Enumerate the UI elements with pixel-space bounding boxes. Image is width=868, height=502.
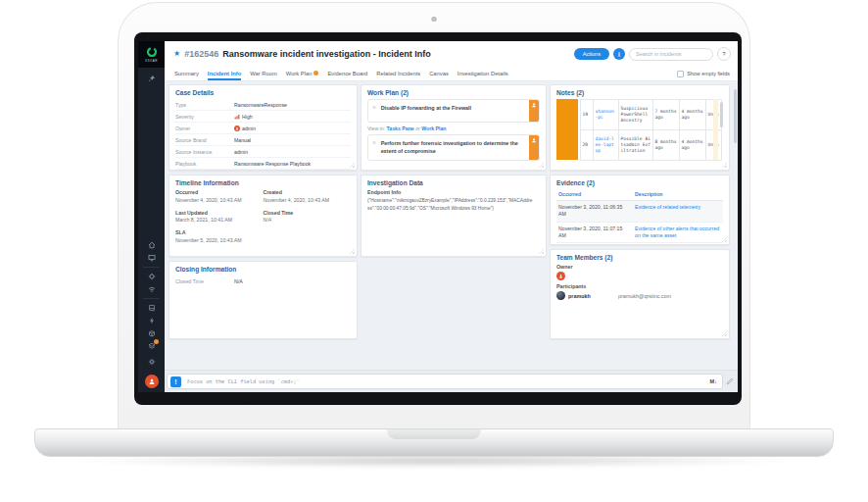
column-right: Notes (2) 19 shannon-pc Suspicious Power…	[550, 84, 730, 370]
notes-host-link[interactable]: shannon-pc	[594, 100, 619, 130]
work-plan-panel: Work Plan (2) » Disable IP forwarding at…	[361, 84, 547, 171]
notes-cell: 8 months ago	[653, 130, 680, 161]
sidebar-item-objects[interactable]	[148, 342, 156, 350]
notes-cell: 20	[581, 130, 594, 161]
pin-sidebar-button[interactable]	[148, 75, 156, 82]
screen-bezel: XSOAR	[134, 32, 742, 405]
notes-orange-block	[556, 99, 578, 160]
tab-incident-info[interactable]: Incident Info	[208, 67, 241, 80]
closing-information-panel: Closing Information Closed Time N/A	[169, 261, 358, 339]
evidence-col-occurred[interactable]: Occurred	[558, 191, 635, 197]
field-row-source-brand: Source Brand Manual	[175, 134, 351, 146]
sidebar-item-automation[interactable]	[148, 317, 156, 325]
panel-resize-handle[interactable]	[722, 331, 727, 336]
notes-cropped-column	[713, 99, 718, 160]
user-avatar-button[interactable]	[145, 375, 159, 388]
field-row-closed-time: Closed Time N/A	[175, 276, 351, 286]
cli-input-wrap[interactable]: ! M↓	[167, 374, 723, 389]
participant-row: pramukh pramukh@qrstinc.com	[556, 291, 723, 300]
cli-command-button[interactable]: !	[170, 376, 181, 387]
tab-war-room[interactable]: War Room	[250, 67, 276, 80]
panel-resize-handle[interactable]	[539, 249, 544, 254]
show-empty-fields[interactable]: Show empty fields	[677, 67, 730, 80]
panel-resize-handle[interactable]	[350, 249, 355, 254]
laptop-base-notch	[387, 429, 481, 439]
tasks-pane-link[interactable]: Tasks Pane	[387, 126, 414, 131]
field-row-playbook: Playbook Ransomware Response Playbook	[175, 158, 351, 170]
case-details-panel: Case Details Type RansomwareResponse Sev…	[169, 84, 358, 171]
xsoar-logo-label: XSOAR	[145, 59, 158, 63]
tab-work-plan[interactable]: Work Plan	[286, 67, 319, 80]
help-button[interactable]: ?	[717, 47, 731, 61]
participant-avatar[interactable]	[556, 291, 565, 300]
search-input[interactable]	[629, 48, 713, 61]
sidebar-item-marketplace[interactable]	[148, 329, 156, 337]
panel-resize-handle[interactable]	[539, 163, 544, 168]
work-plan-task[interactable]: » Perform further forensic investigation…	[367, 134, 540, 161]
task-owner-icon	[531, 102, 537, 108]
team-owner-avatar[interactable]	[556, 272, 565, 280]
panel-title: Closing Information	[175, 266, 351, 273]
laptop-base	[34, 428, 834, 457]
show-empty-fields-checkbox[interactable]	[677, 71, 684, 77]
sidebar-divider	[143, 298, 160, 299]
tab-evidence-board[interactable]: Evidence Board	[327, 67, 367, 80]
markdown-icon[interactable]: M↓	[710, 378, 719, 384]
field-row-owner: Owner admin	[175, 123, 351, 134]
notes-cell: Suspicious PowerShell Ancestry	[619, 100, 653, 130]
notes-scrollbar[interactable]	[720, 102, 723, 127]
field-row-source-instance: Source Instance admin	[175, 146, 351, 158]
task-chevrons-icon: »	[368, 100, 378, 122]
sidebar-item-settings[interactable]	[148, 358, 156, 366]
work-plan-task[interactable]: » Disable IP forwarding at the Firewall	[367, 99, 540, 123]
column-middle: Work Plan (2) » Disable IP forwarding at…	[361, 84, 547, 370]
favorite-star-icon[interactable]: ★	[173, 50, 180, 58]
column-left: Case Details Type RansomwareResponse Sev…	[169, 84, 358, 370]
timeline-created: Created November 4, 2020, 10:43 AM	[264, 189, 352, 203]
timeline-grid: Occurred November 4, 2020, 10:43 AM Crea…	[175, 189, 351, 243]
notes-cell: Possible Bitsadmin Exfiltration	[619, 130, 653, 161]
sidebar-item-playbooks[interactable]	[148, 304, 156, 312]
sidebar-item-dashboards[interactable]	[148, 254, 156, 262]
laptop-lid: XSOAR	[118, 2, 750, 429]
tab-investigation-details[interactable]: Investigation Details	[458, 67, 508, 80]
timeline-panel: Timeline Information Occurred November 4…	[169, 175, 358, 257]
tab-canvas[interactable]: Canvas	[429, 67, 449, 80]
notes-host-link[interactable]: david-lee-laptop	[594, 130, 619, 161]
severity-high-icon	[234, 114, 240, 120]
evidence-link[interactable]: Evidence of related telemetry	[635, 204, 721, 219]
evidence-link[interactable]: Evidence of other alerts that occurred o…	[635, 226, 721, 240]
actions-button[interactable]: Actions	[574, 48, 609, 60]
tab-summary[interactable]: Summary	[174, 67, 199, 80]
cli-bar: ! M↓	[165, 370, 738, 392]
incidents-icon	[148, 273, 156, 280]
endpoint-info-label: Endpoint Info	[367, 189, 540, 195]
task-owner-bar	[529, 100, 539, 122]
main-area: ★ #162546 Ransomware incident investigat…	[165, 41, 738, 392]
header-avatar[interactable]: i	[613, 48, 625, 60]
user-icon	[148, 377, 156, 385]
task-owner-icon	[531, 137, 537, 143]
evidence-col-description[interactable]: Description	[635, 191, 721, 197]
user-icon	[558, 274, 563, 278]
sidebar-item-incidents[interactable]	[148, 273, 156, 280]
participant-name: pramukh	[568, 293, 615, 299]
work-plan-link[interactable]: Work Plan	[421, 126, 446, 131]
panel-title: Evidence (2)	[556, 179, 723, 186]
sidebar-item-home[interactable]	[148, 241, 156, 249]
xsoar-logo[interactable]: XSOAR	[138, 41, 165, 68]
tab-related-incidents[interactable]: Related Incidents	[376, 67, 420, 80]
owner-label: Owner	[556, 264, 723, 270]
panel-resize-handle[interactable]	[722, 163, 727, 168]
wifi-icon	[148, 285, 156, 293]
notes-body: 19 shannon-pc Suspicious PowerShell Ance…	[556, 99, 723, 161]
endpoint-info-value: {"Hostname":"mikmigauv2BzryExample","IPA…	[367, 197, 533, 212]
edit-pencil-icon[interactable]	[726, 377, 734, 385]
timeline-closed-time: Closed Time N/A	[264, 210, 352, 224]
vertical-scrollbar[interactable]	[734, 89, 737, 143]
evidence-row: November 3, 2020, 11:06:35 AM Evidence o…	[556, 201, 723, 223]
app-sidebar: XSOAR	[138, 41, 165, 392]
panel-title: Case Details	[175, 89, 351, 96]
cli-input[interactable]	[185, 377, 706, 385]
sidebar-item-feeds[interactable]	[148, 285, 156, 293]
